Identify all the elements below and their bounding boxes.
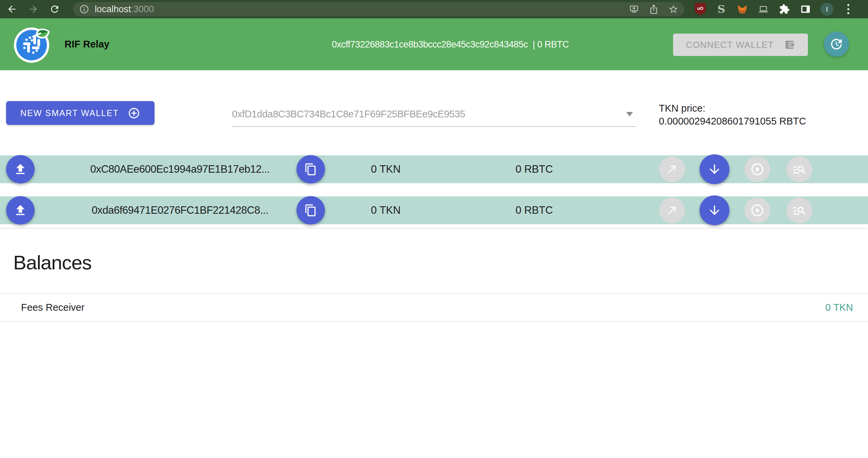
wallet-select-dropdown[interactable]: 0xfD1dda8C3BC734Bc1C8e71F69F25BFBEe9cE95… xyxy=(232,102,636,127)
arrow-outward-icon xyxy=(666,163,678,175)
copy-icon xyxy=(304,163,317,176)
inspect-transactions-button[interactable] xyxy=(786,197,812,223)
execute-button[interactable] xyxy=(744,197,770,223)
arrow-downward-icon xyxy=(707,162,722,176)
browser-toolbar: localhost:3000 uO S xyxy=(0,0,868,18)
account-address: 0xcff73226883c1ce8b3bccc28e45c3c92c84348… xyxy=(332,39,528,50)
share-icon[interactable] xyxy=(648,3,659,15)
wallet-address: 0xda6f69471E0276FC1BF221428C8... xyxy=(48,204,312,216)
screen-capture-extension-icon[interactable] xyxy=(757,3,770,15)
connected-account: 0xcff73226883c1ce8b3bccc28e45c3c92c84348… xyxy=(332,39,569,50)
connect-wallet-button[interactable]: CONNECT WALLET xyxy=(673,34,808,56)
back-icon[interactable] xyxy=(5,3,18,16)
wallet-tkn-balance: 0 TKN xyxy=(345,204,427,216)
receive-button[interactable] xyxy=(700,154,729,184)
forward-icon[interactable] xyxy=(27,3,40,16)
install-app-icon[interactable] xyxy=(628,3,640,15)
tkn-price-value: 0.00000294208601791055 RBTC xyxy=(659,115,806,128)
balance-row-value: 0 TKN xyxy=(825,302,853,313)
url-text: localhost:3000 xyxy=(95,4,154,15)
bookmark-star-icon[interactable] xyxy=(668,3,679,15)
balances-title: Balances xyxy=(13,251,92,274)
app-title: RIF Relay xyxy=(65,39,109,50)
balance-table-row: Fees Receiver 0 TKN xyxy=(0,293,868,322)
surfshark-extension-icon[interactable]: S xyxy=(715,3,727,15)
play-circle-icon xyxy=(750,203,764,217)
copy-address-button[interactable] xyxy=(296,155,325,184)
arrow-outward-icon xyxy=(666,204,678,216)
copy-icon xyxy=(304,204,317,217)
balances-card-border xyxy=(0,228,868,231)
smart-wallet-row: 0xC80AEe600Ec1994a97E1B17eb12... 0 TKN 0… xyxy=(0,155,868,183)
wallet-rbtc-balance: 0 RBTC xyxy=(493,163,575,175)
site-info-icon[interactable] xyxy=(78,3,90,15)
inspect-transactions-button[interactable] xyxy=(786,156,812,182)
profile-avatar[interactable]: I xyxy=(820,3,833,16)
new-smart-wallet-button[interactable]: NEW SMART WALLET xyxy=(6,101,155,125)
address-bar[interactable]: localhost:3000 xyxy=(73,2,685,16)
transfer-button[interactable] xyxy=(659,197,685,223)
receive-button[interactable] xyxy=(700,195,729,225)
rif-relay-logo-icon xyxy=(12,24,53,65)
side-panel-icon[interactable] xyxy=(799,3,812,15)
dropdown-caret-icon xyxy=(626,112,633,116)
balance-row-label: Fees Receiver xyxy=(21,302,85,313)
update-clock-icon xyxy=(829,37,844,51)
deploy-wallet-button[interactable] xyxy=(6,155,35,184)
transfer-button[interactable] xyxy=(659,156,685,182)
tkn-price-label: TKN price: xyxy=(659,102,806,115)
execute-button[interactable] xyxy=(744,156,770,182)
account-balance: | 0 RBTC xyxy=(532,39,569,50)
ublock-extension-icon[interactable]: uO xyxy=(694,3,706,15)
manage-search-icon xyxy=(792,162,807,176)
tkn-price: TKN price: 0.00000294208601791055 RBTC xyxy=(659,102,806,128)
browser-menu-icon[interactable] xyxy=(842,3,854,15)
url-port: :3000 xyxy=(131,4,154,14)
url-host: localhost xyxy=(95,4,131,14)
new-smart-wallet-label: NEW SMART WALLET xyxy=(20,108,119,118)
deploy-wallet-button[interactable] xyxy=(6,196,35,225)
connect-wallet-label: CONNECT WALLET xyxy=(686,40,774,50)
metamask-extension-icon[interactable] xyxy=(736,3,748,15)
manage-search-icon xyxy=(792,203,807,217)
extensions-puzzle-icon[interactable] xyxy=(778,3,791,15)
add-circle-icon xyxy=(128,107,140,119)
selected-wallet-address: 0xfD1dda8C3BC734Bc1C8e71F69F25BFBEe9cE95… xyxy=(232,109,465,120)
upload-icon xyxy=(13,203,28,217)
play-circle-icon xyxy=(750,162,764,176)
upload-icon xyxy=(13,162,28,176)
smart-wallet-row: 0xda6f69471E0276FC1BF221428C8... 0 TKN 0… xyxy=(0,196,868,224)
extensions-area: uO S I xyxy=(694,3,868,16)
refresh-button[interactable] xyxy=(824,32,849,57)
reload-icon[interactable] xyxy=(48,3,61,16)
wallet-rbtc-balance: 0 RBTC xyxy=(493,204,575,216)
copy-address-button[interactable] xyxy=(296,196,325,225)
ublock-shield: uO xyxy=(695,3,706,15)
app-header: RIF Relay 0xcff73226883c1ce8b3bccc28e45c… xyxy=(0,18,868,70)
wallet-tkn-balance: 0 TKN xyxy=(345,163,427,175)
wallet-address: 0xC80AEe600Ec1994a97E1B17eb12... xyxy=(48,163,312,175)
arrow-downward-icon xyxy=(707,203,722,217)
wallet-icon xyxy=(784,39,795,50)
